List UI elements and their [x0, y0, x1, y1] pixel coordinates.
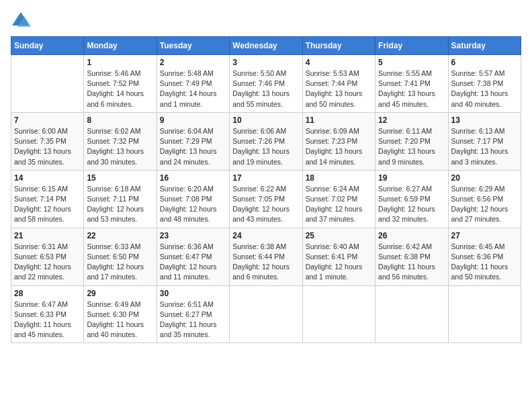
- weekday-header-cell: Saturday: [448, 37, 521, 55]
- day-number: 8: [87, 116, 153, 125]
- calendar-cell: 13Sunrise: 6:13 AM Sunset: 7:17 PM Dayli…: [448, 112, 521, 170]
- page-header: [11, 11, 521, 30]
- weekday-header-cell: Wednesday: [230, 37, 302, 55]
- day-number: 13: [451, 116, 518, 125]
- day-number: 1: [87, 58, 153, 67]
- calendar-cell: 8Sunrise: 6:02 AM Sunset: 7:32 PM Daylig…: [84, 112, 157, 170]
- calendar-cell: 11Sunrise: 6:09 AM Sunset: 7:23 PM Dayli…: [302, 112, 375, 170]
- day-info: Sunrise: 6:45 AM Sunset: 6:36 PM Dayligh…: [451, 242, 518, 283]
- calendar-cell: 26Sunrise: 6:42 AM Sunset: 6:38 PM Dayli…: [375, 228, 448, 285]
- calendar-cell: 4Sunrise: 5:53 AM Sunset: 7:44 PM Daylig…: [302, 55, 375, 113]
- calendar-week-row: 14Sunrise: 6:15 AM Sunset: 7:14 PM Dayli…: [11, 170, 521, 228]
- weekday-header-cell: Tuesday: [157, 37, 229, 55]
- day-info: Sunrise: 6:38 AM Sunset: 6:44 PM Dayligh…: [232, 242, 299, 283]
- calendar-cell: 22Sunrise: 6:33 AM Sunset: 6:50 PM Dayli…: [84, 228, 157, 285]
- day-number: 29: [87, 289, 153, 298]
- weekday-header-cell: Friday: [375, 37, 448, 55]
- day-info: Sunrise: 6:00 AM Sunset: 7:35 PM Dayligh…: [14, 126, 81, 167]
- calendar-cell: [448, 285, 521, 343]
- calendar-cell: 18Sunrise: 6:24 AM Sunset: 7:02 PM Dayli…: [302, 170, 375, 228]
- calendar-table: SundayMondayTuesdayWednesdayThursdayFrid…: [11, 36, 521, 343]
- day-info: Sunrise: 6:36 AM Sunset: 6:47 PM Dayligh…: [160, 242, 226, 283]
- day-number: 9: [160, 116, 226, 125]
- calendar-cell: 15Sunrise: 6:18 AM Sunset: 7:11 PM Dayli…: [84, 170, 157, 228]
- calendar-cell: 20Sunrise: 6:29 AM Sunset: 6:56 PM Dayli…: [448, 170, 521, 228]
- day-info: Sunrise: 6:31 AM Sunset: 6:53 PM Dayligh…: [14, 242, 81, 283]
- day-info: Sunrise: 6:24 AM Sunset: 7:02 PM Dayligh…: [306, 184, 372, 225]
- day-number: 5: [378, 58, 445, 67]
- day-info: Sunrise: 5:57 AM Sunset: 7:38 PM Dayligh…: [451, 68, 518, 109]
- day-info: Sunrise: 5:46 AM Sunset: 7:52 PM Dayligh…: [87, 68, 153, 109]
- day-info: Sunrise: 6:27 AM Sunset: 6:59 PM Dayligh…: [378, 184, 445, 225]
- day-number: 12: [378, 116, 445, 125]
- calendar-week-row: 7Sunrise: 6:00 AM Sunset: 7:35 PM Daylig…: [11, 112, 521, 170]
- calendar-cell: 5Sunrise: 5:55 AM Sunset: 7:41 PM Daylig…: [375, 55, 448, 113]
- day-info: Sunrise: 6:11 AM Sunset: 7:20 PM Dayligh…: [378, 126, 445, 167]
- calendar-cell: 14Sunrise: 6:15 AM Sunset: 7:14 PM Dayli…: [11, 170, 84, 228]
- calendar-cell: 17Sunrise: 6:22 AM Sunset: 7:05 PM Dayli…: [230, 170, 302, 228]
- day-number: 17: [232, 173, 299, 183]
- day-number: 27: [451, 231, 518, 240]
- day-info: Sunrise: 6:51 AM Sunset: 6:27 PM Dayligh…: [160, 300, 226, 340]
- day-number: 30: [160, 289, 226, 298]
- day-number: 6: [451, 58, 518, 67]
- calendar-cell: 16Sunrise: 6:20 AM Sunset: 7:08 PM Dayli…: [157, 170, 229, 228]
- calendar-week-row: 28Sunrise: 6:47 AM Sunset: 6:33 PM Dayli…: [11, 285, 521, 343]
- day-number: 2: [160, 58, 226, 67]
- calendar-body: 1Sunrise: 5:46 AM Sunset: 7:52 PM Daylig…: [11, 55, 521, 343]
- day-info: Sunrise: 6:47 AM Sunset: 6:33 PM Dayligh…: [14, 300, 81, 340]
- calendar-cell: 7Sunrise: 6:00 AM Sunset: 7:35 PM Daylig…: [11, 112, 84, 170]
- weekday-header-cell: Sunday: [11, 37, 84, 55]
- calendar-cell: 9Sunrise: 6:04 AM Sunset: 7:29 PM Daylig…: [157, 112, 229, 170]
- calendar-cell: 1Sunrise: 5:46 AM Sunset: 7:52 PM Daylig…: [84, 55, 157, 113]
- day-info: Sunrise: 6:22 AM Sunset: 7:05 PM Dayligh…: [232, 184, 299, 225]
- day-number: 4: [306, 58, 372, 67]
- day-info: Sunrise: 5:53 AM Sunset: 7:44 PM Dayligh…: [306, 68, 372, 109]
- calendar-cell: [375, 285, 448, 343]
- day-number: 11: [306, 116, 372, 125]
- weekday-header-row: SundayMondayTuesdayWednesdayThursdayFrid…: [11, 37, 521, 55]
- calendar-cell: [302, 285, 375, 343]
- day-number: 25: [306, 231, 372, 240]
- day-info: Sunrise: 5:48 AM Sunset: 7:49 PM Dayligh…: [160, 68, 226, 109]
- calendar-cell: 3Sunrise: 5:50 AM Sunset: 7:46 PM Daylig…: [230, 55, 302, 113]
- calendar-week-row: 21Sunrise: 6:31 AM Sunset: 6:53 PM Dayli…: [11, 228, 521, 285]
- calendar-cell: 10Sunrise: 6:06 AM Sunset: 7:26 PM Dayli…: [230, 112, 302, 170]
- calendar-cell: 2Sunrise: 5:48 AM Sunset: 7:49 PM Daylig…: [157, 55, 229, 113]
- day-info: Sunrise: 5:50 AM Sunset: 7:46 PM Dayligh…: [232, 68, 299, 109]
- day-number: 19: [378, 173, 445, 183]
- day-number: 16: [160, 173, 226, 183]
- day-number: 23: [160, 231, 226, 240]
- day-number: 15: [87, 173, 153, 183]
- calendar-cell: 30Sunrise: 6:51 AM Sunset: 6:27 PM Dayli…: [157, 285, 229, 343]
- day-number: 22: [87, 231, 153, 240]
- day-info: Sunrise: 6:29 AM Sunset: 6:56 PM Dayligh…: [451, 184, 518, 225]
- day-number: 24: [232, 231, 299, 240]
- day-info: Sunrise: 6:06 AM Sunset: 7:26 PM Dayligh…: [232, 126, 299, 167]
- calendar-cell: [230, 285, 302, 343]
- calendar-cell: 28Sunrise: 6:47 AM Sunset: 6:33 PM Dayli…: [11, 285, 84, 343]
- day-info: Sunrise: 6:15 AM Sunset: 7:14 PM Dayligh…: [14, 184, 81, 225]
- day-number: 7: [14, 116, 81, 125]
- logo: [11, 11, 34, 30]
- day-info: Sunrise: 6:33 AM Sunset: 6:50 PM Dayligh…: [87, 242, 153, 283]
- calendar-cell: 19Sunrise: 6:27 AM Sunset: 6:59 PM Dayli…: [375, 170, 448, 228]
- day-info: Sunrise: 6:13 AM Sunset: 7:17 PM Dayligh…: [451, 126, 518, 167]
- day-info: Sunrise: 6:18 AM Sunset: 7:11 PM Dayligh…: [87, 184, 153, 225]
- calendar-cell: 6Sunrise: 5:57 AM Sunset: 7:38 PM Daylig…: [448, 55, 521, 113]
- day-number: 14: [14, 173, 81, 183]
- day-info: Sunrise: 6:49 AM Sunset: 6:30 PM Dayligh…: [87, 300, 153, 340]
- day-number: 10: [232, 116, 299, 125]
- day-number: 28: [14, 289, 81, 298]
- day-number: 20: [451, 173, 518, 183]
- calendar-cell: 27Sunrise: 6:45 AM Sunset: 6:36 PM Dayli…: [448, 228, 521, 285]
- calendar-header: SundayMondayTuesdayWednesdayThursdayFrid…: [11, 37, 521, 55]
- day-number: 18: [306, 173, 372, 183]
- day-info: Sunrise: 6:04 AM Sunset: 7:29 PM Dayligh…: [160, 126, 226, 167]
- calendar-cell: 21Sunrise: 6:31 AM Sunset: 6:53 PM Dayli…: [11, 228, 84, 285]
- calendar-week-row: 1Sunrise: 5:46 AM Sunset: 7:52 PM Daylig…: [11, 55, 521, 113]
- day-info: Sunrise: 6:40 AM Sunset: 6:41 PM Dayligh…: [306, 242, 372, 283]
- calendar-cell: 29Sunrise: 6:49 AM Sunset: 6:30 PM Dayli…: [84, 285, 157, 343]
- day-info: Sunrise: 6:42 AM Sunset: 6:38 PM Dayligh…: [378, 242, 445, 283]
- day-number: 26: [378, 231, 445, 240]
